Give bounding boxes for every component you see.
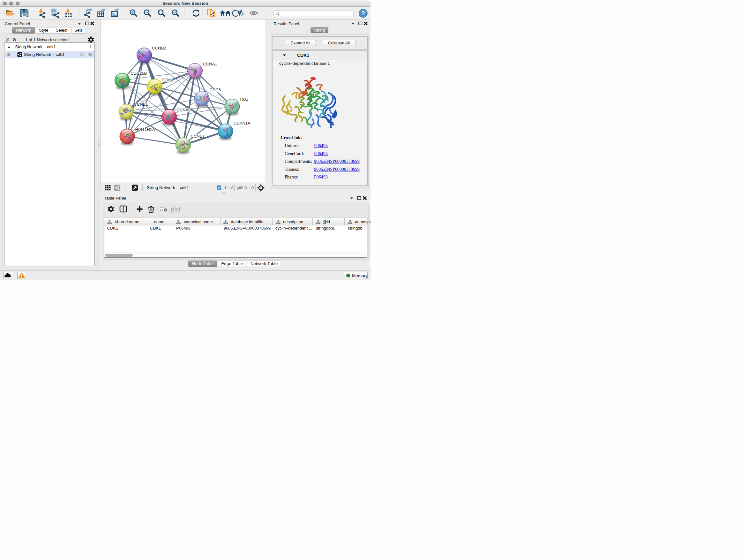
svg-text:CCNA1: CCNA1 (203, 62, 217, 66)
svg-text:CCNA2: CCNA2 (177, 108, 191, 112)
svg-text:?: ? (361, 10, 365, 17)
svg-text:CDC6: CDC6 (210, 87, 221, 92)
svg-text:CDKN1A: CDKN1A (233, 121, 251, 125)
svg-text:f(x): f(x) (171, 205, 180, 213)
svg-text:CDC25B: CDC25B (131, 71, 147, 76)
svg-text:CCNB1: CCNB1 (134, 102, 148, 107)
svg-text:CDK1: CDK1 (162, 78, 174, 82)
svg-text:HIST1H1A: HIST1H1A (135, 127, 155, 132)
svg-text:CCNE1: CCNE1 (191, 134, 205, 138)
svg-text:CCNB2: CCNB2 (152, 46, 166, 51)
svg-text:RB1: RB1 (240, 97, 248, 102)
